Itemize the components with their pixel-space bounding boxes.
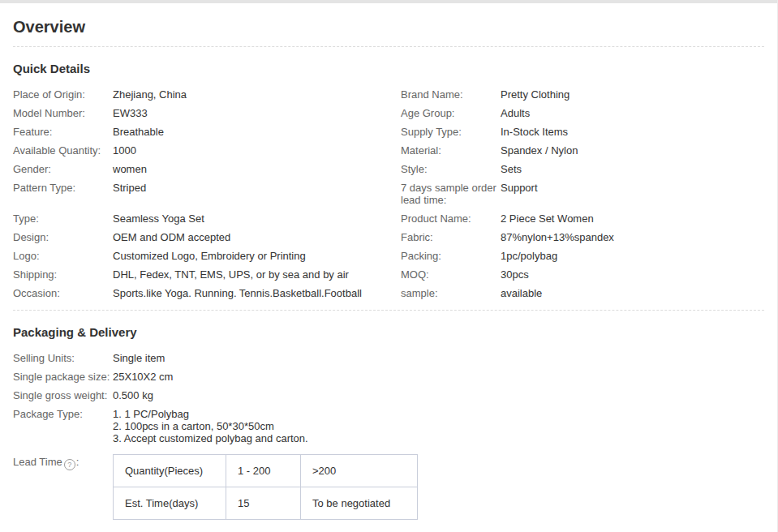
detail-label: Product Name: xyxy=(401,212,501,225)
detail-value: Sets xyxy=(501,163,764,175)
lead-time-label-text: Lead Time xyxy=(13,456,62,468)
detail-value: 1pc/polybag xyxy=(501,250,764,262)
detail-value: Spandex / Nylon xyxy=(501,144,764,157)
detail-label: Shipping: xyxy=(13,268,113,281)
detail-row: Place of Origin: Zhejiang, China Brand N… xyxy=(13,88,764,101)
detail-pair-right: Age Group: Adults xyxy=(401,107,764,119)
section-heading-packaging-delivery: Packaging & Delivery xyxy=(13,325,764,340)
detail-label: Style: xyxy=(401,163,501,175)
detail-label: MOQ: xyxy=(401,268,501,281)
detail-row: Logo: Customized Logo, Embroidery or Pri… xyxy=(13,250,764,262)
detail-row: Package Type: 1. 1 PC/Polybag 2. 100pcs … xyxy=(13,408,764,444)
detail-value: Customized Logo, Embroidery or Printing xyxy=(113,250,401,262)
detail-label: Logo: xyxy=(13,250,113,262)
detail-value: Support xyxy=(501,182,764,194)
detail-pair-right: Brand Name: Pretty Clothing xyxy=(401,88,764,101)
detail-label: Place of Origin: xyxy=(13,88,113,101)
section-heading-quick-details: Quick Details xyxy=(13,62,764,76)
detail-value: Seamless Yoga Set xyxy=(113,212,401,225)
detail-value: available xyxy=(501,287,764,299)
detail-value: Pretty Clothing xyxy=(501,88,764,101)
detail-pair-right: Material: Spandex / Nylon xyxy=(401,144,764,157)
detail-label: Packing: xyxy=(401,250,501,262)
detail-label: Occasion: xyxy=(13,287,113,299)
detail-pair-left: Shipping: DHL, Fedex, TNT, EMS, UPS, or … xyxy=(13,268,401,281)
detail-label: Model Number: xyxy=(13,107,113,119)
detail-row: Occasion: Sports.like Yoga. Running. Ten… xyxy=(13,287,764,299)
detail-label: Pattern Type: xyxy=(13,182,113,194)
detail-pair-right: Supply Type: In-Stock Items xyxy=(401,126,764,138)
detail-pair-left: Logo: Customized Logo, Embroidery or Pri… xyxy=(13,250,401,262)
detail-value: 87%nylon+13%spandex xyxy=(501,231,764,243)
detail-label: Fabric: xyxy=(401,231,501,243)
table-row: Quantity(Pieces) 1 - 200 >200 xyxy=(114,455,418,487)
detail-value: women xyxy=(113,163,401,175)
detail-pair-left: Place of Origin: Zhejiang, China xyxy=(13,88,401,101)
detail-row: Model Number: EW333 Age Group: Adults xyxy=(13,107,764,119)
detail-pair-right: Product Name: 2 Piece Set Women xyxy=(401,212,764,225)
detail-pair-left: Pattern Type: Striped xyxy=(13,182,401,194)
table-cell-quantity-range-2: >200 xyxy=(301,455,418,487)
top-strip xyxy=(0,0,777,3)
detail-pair-right: MOQ: 30pcs xyxy=(401,268,764,281)
detail-value: DHL, Fedex, TNT, EMS, UPS, or by sea and… xyxy=(113,268,401,281)
detail-pair-left: Design: OEM and ODM accepted xyxy=(13,231,401,243)
detail-row: Design: OEM and ODM accepted Fabric: 87%… xyxy=(13,231,764,243)
detail-label: Selling Units: xyxy=(13,352,113,364)
detail-value: Breathable xyxy=(113,126,401,138)
detail-value: Adults xyxy=(501,107,764,119)
lead-time-label-colon: : xyxy=(76,456,80,468)
detail-pair-right: sample: available xyxy=(401,287,764,299)
detail-label: Single package size: xyxy=(13,371,113,383)
lead-time-label: Lead Time?: xyxy=(13,456,113,470)
detail-row: Single package size: 25X10X2 cm xyxy=(13,371,764,383)
detail-value: EW333 xyxy=(113,107,401,119)
detail-value: Zhejiang, China xyxy=(113,88,401,101)
detail-pair-left: Type: Seamless Yoga Set xyxy=(13,212,401,225)
lead-time-row: Lead Time?: Quantity(Pieces) 1 - 200 >20… xyxy=(13,456,764,520)
detail-pair-left: Gender: women xyxy=(13,163,401,175)
detail-value: 0.500 kg xyxy=(113,389,764,401)
table-cell-time-value-1: 15 xyxy=(226,487,301,520)
help-icon[interactable]: ? xyxy=(64,459,75,470)
detail-row: Type: Seamless Yoga Set Product Name: 2 … xyxy=(13,212,764,225)
detail-row: Shipping: DHL, Fedex, TNT, EMS, UPS, or … xyxy=(13,268,764,281)
detail-label: Type: xyxy=(13,212,113,225)
detail-label: Design: xyxy=(13,231,113,243)
detail-pair-right: Style: Sets xyxy=(401,163,764,175)
detail-value: Single item xyxy=(113,352,764,364)
table-cell-time-header: Est. Time(days) xyxy=(114,487,226,520)
detail-value: In-Stock Items xyxy=(501,126,764,138)
detail-value: 1000 xyxy=(113,144,401,157)
detail-label: Material: xyxy=(401,144,501,157)
detail-row: Pattern Type: Striped 7 days sample orde… xyxy=(13,182,764,206)
detail-label: Supply Type: xyxy=(401,126,501,138)
detail-pair-left: Feature: Breathable xyxy=(13,126,401,138)
detail-pair-right: Packing: 1pc/polybag xyxy=(401,250,764,262)
detail-value: 25X10X2 cm xyxy=(113,371,764,383)
detail-pair-right: Fabric: 87%nylon+13%spandex xyxy=(401,231,764,243)
detail-value: 1. 1 PC/Polybag 2. 100pcs in a carton, 5… xyxy=(113,408,764,444)
detail-row: Available Quantity: 1000 Material: Spand… xyxy=(13,144,764,157)
detail-pair-left: Model Number: EW333 xyxy=(13,107,401,119)
detail-value: OEM and ODM accepted xyxy=(113,231,401,243)
detail-value: Striped xyxy=(113,182,401,194)
detail-row: Selling Units: Single item xyxy=(13,352,764,364)
detail-pair-right: 7 days sample order lead time: Support xyxy=(401,182,764,206)
lead-time-table: Quantity(Pieces) 1 - 200 >200 Est. Time(… xyxy=(113,454,418,520)
detail-label: Available Quantity: xyxy=(13,144,113,157)
detail-value: 2 Piece Set Women xyxy=(501,212,764,225)
packaging-rows: Selling Units: Single item Single packag… xyxy=(13,352,764,444)
detail-value: 30pcs xyxy=(501,268,764,281)
detail-row: Feature: Breathable Supply Type: In-Stoc… xyxy=(13,126,764,138)
detail-row: Single gross weight: 0.500 kg xyxy=(13,389,764,401)
detail-label: Package Type: xyxy=(13,408,113,420)
detail-label: Brand Name: xyxy=(401,88,501,101)
detail-label: sample: xyxy=(401,287,501,299)
detail-label: Gender: xyxy=(13,163,113,175)
detail-label: 7 days sample order lead time: xyxy=(401,182,501,206)
divider xyxy=(13,46,764,47)
page-title: Overview xyxy=(13,17,764,36)
quick-details-rows: Place of Origin: Zhejiang, China Brand N… xyxy=(13,88,764,299)
detail-label: Feature: xyxy=(13,126,113,138)
